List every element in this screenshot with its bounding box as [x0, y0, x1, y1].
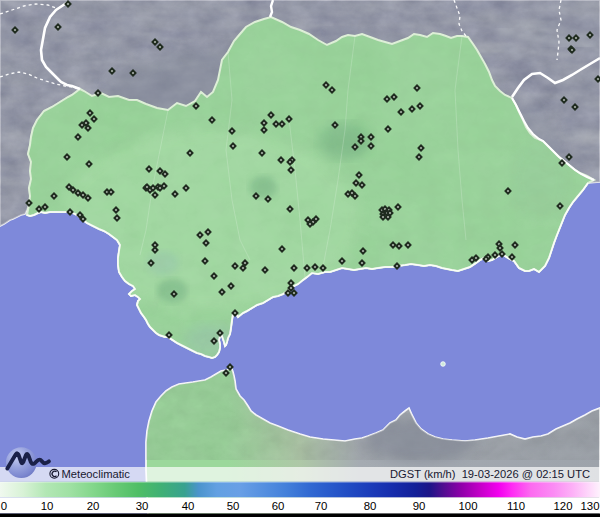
- svg-text:100: 100: [458, 500, 477, 512]
- svg-text:120: 120: [553, 500, 572, 512]
- svg-text:0: 0: [1, 500, 7, 512]
- svg-text:40: 40: [182, 500, 195, 512]
- svg-text:30: 30: [136, 500, 149, 512]
- svg-text:DGST (km/h) 19-03-2026 @ 02:1: DGST (km/h) 19-03-2026 @ 02:15 UTC: [390, 468, 590, 480]
- svg-text:60: 60: [272, 500, 285, 512]
- svg-text:Meteoclimatic: Meteoclimatic: [62, 468, 131, 480]
- svg-text:110: 110: [507, 500, 525, 512]
- svg-text:130: 130: [580, 500, 599, 512]
- svg-text:10: 10: [41, 500, 54, 512]
- svg-text:50: 50: [227, 500, 240, 512]
- svg-text:90: 90: [413, 500, 426, 512]
- svg-text:80: 80: [364, 500, 377, 512]
- svg-text:70: 70: [315, 500, 328, 512]
- svg-text:20: 20: [87, 500, 100, 512]
